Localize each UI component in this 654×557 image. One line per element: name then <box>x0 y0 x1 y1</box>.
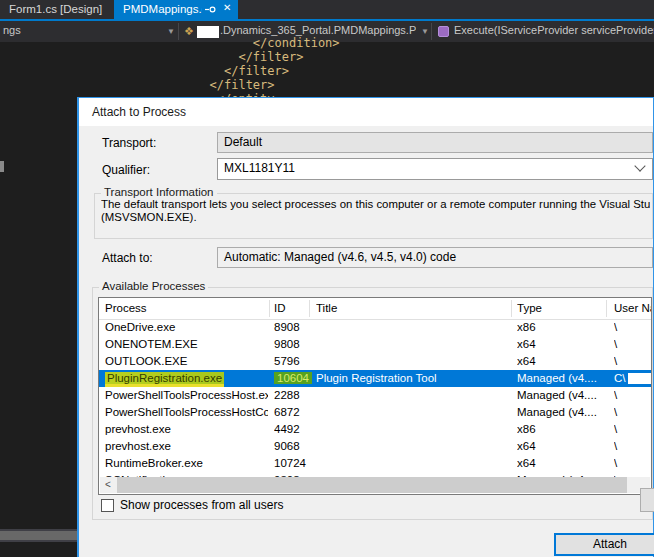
process-row[interactable]: OneDrive.exe8908x86\ <box>99 319 651 336</box>
cell-user: \ <box>614 336 652 353</box>
process-list-horizontal-scrollbar[interactable]: < <box>100 477 650 493</box>
column-header-title[interactable]: Title <box>316 298 512 315</box>
process-row[interactable]: PowerShellToolsProcessHost.exe2288Manage… <box>99 387 651 404</box>
tab-controls: ✕ <box>202 0 238 19</box>
transport-information-label: Transport Information <box>101 186 217 198</box>
code-editor-text: </condition> </filter> </filter> </filte… <box>0 36 340 106</box>
redaction <box>619 356 645 367</box>
process-row[interactable]: OUTLOOK.EXE5796x64\ <box>99 353 651 370</box>
cell-title <box>316 404 512 421</box>
column-divider[interactable] <box>269 300 270 317</box>
column-divider[interactable] <box>511 300 512 317</box>
process-row[interactable]: PluginRegistration.exe10604Plugin Regist… <box>99 370 651 387</box>
process-row[interactable]: RuntimeBroker.exe10724x64\ <box>99 455 651 472</box>
cell-type: x64 <box>517 438 609 455</box>
process-list-rows: OneDrive.exe8908x86\ONENOTEM.EXE9808x64\… <box>99 319 651 489</box>
show-all-users-label: Show processes from all users <box>120 498 283 512</box>
cell-process: PluginRegistration.exe <box>105 370 268 387</box>
member-dropdown[interactable]: Execute(IServiceProvider serviceProvider… <box>454 24 654 36</box>
cell-type: Managed (v4.... <box>517 387 609 404</box>
scrollbar-thumb[interactable] <box>0 531 78 540</box>
cell-id: 4492 <box>274 421 314 438</box>
cell-type: x64 <box>517 353 609 370</box>
transport-label: Transport: <box>102 136 156 150</box>
cell-process: ONENOTEM.EXE <box>105 336 268 353</box>
project-dropdown[interactable]: ngs <box>3 24 21 36</box>
cell-process: PowerShellToolsProcessHost.exe <box>105 387 268 404</box>
chevron-down-icon[interactable] <box>634 160 645 171</box>
show-all-users-checkbox[interactable] <box>101 499 114 512</box>
process-list-header: Process ID Title Type User Na <box>99 298 651 320</box>
cell-title: Plugin Registration Tool <box>316 370 512 387</box>
cell-id: 9068 <box>274 438 314 455</box>
attach-to-process-dialog: Attach to Process Transport: Default Qua… <box>77 97 654 557</box>
attach-to-label: Attach to: <box>102 251 153 265</box>
tab-pmdmappings-label: PMDMappings.cs <box>123 3 213 15</box>
scrollbar-thumb[interactable] <box>117 477 627 493</box>
tab-form1-label: Form1.cs [Design] <box>9 3 102 15</box>
qualifier-combobox[interactable]: MXL1181Y11 <box>217 158 653 180</box>
cell-process: prevhost.exe <box>105 438 268 455</box>
process-row[interactable]: prevhost.exe9068x64\ <box>99 438 651 455</box>
cell-type: x86 <box>517 319 609 336</box>
process-row[interactable]: PowerShellToolsProcessHostCons...6872Man… <box>99 404 651 421</box>
attach-to-value: Automatic: Managed (v4.6, v4.5, v4.0) co… <box>224 250 456 264</box>
cell-user: \ <box>614 438 652 455</box>
scroll-left-arrow[interactable]: < <box>100 477 116 493</box>
transport-dropdown[interactable]: Default <box>217 132 653 153</box>
redaction <box>619 441 645 452</box>
cell-title <box>316 387 512 404</box>
close-icon[interactable]: ✕ <box>223 2 231 13</box>
column-header-process[interactable]: Process <box>105 298 268 315</box>
redaction <box>619 424 645 435</box>
transport-info-line1: The default transport lets you select pr… <box>101 198 650 210</box>
column-divider[interactable] <box>309 300 310 317</box>
cell-process: OUTLOOK.EXE <box>105 353 268 370</box>
chevron-down-icon[interactable]: ▼ <box>167 27 175 36</box>
dialog-titlebar: Attach to Process <box>79 98 653 126</box>
refresh-button-partial[interactable] <box>640 488 654 512</box>
attach-button[interactable]: Attach <box>554 533 654 556</box>
vs-window: Form1.cs [Design] PMDMappings.cs ✕ ngs ▼… <box>0 0 654 557</box>
editor-horizontal-scrollbar[interactable] <box>0 529 78 542</box>
available-processes-group: Available Processes Process ID Title Typ… <box>92 287 653 520</box>
qualifier-label: Qualifier: <box>102 163 150 177</box>
cell-id: 10724 <box>274 455 314 472</box>
cell-id: 6872 <box>274 404 314 421</box>
cell-user: \ <box>614 455 652 472</box>
available-processes-label: Available Processes <box>99 280 208 292</box>
cell-process: PowerShellToolsProcessHostCons... <box>105 404 268 421</box>
cell-id: 2288 <box>274 387 314 404</box>
qualifier-value: MXL1181Y11 <box>224 161 295 175</box>
column-header-id[interactable]: ID <box>274 298 314 315</box>
cell-type: x64 <box>517 336 609 353</box>
document-tab-bar: Form1.cs [Design] PMDMappings.cs ✕ <box>0 0 654 19</box>
navbar-divider <box>431 23 432 40</box>
pin-icon[interactable] <box>205 4 216 18</box>
attach-to-field[interactable]: Automatic: Managed (v4.6, v4.5, v4.0) co… <box>217 247 653 268</box>
column-divider[interactable] <box>606 300 607 317</box>
transport-info-line2: (MSVSMON.EXE). <box>101 211 650 223</box>
column-header-type[interactable]: Type <box>517 298 609 315</box>
cell-id: 5796 <box>274 353 314 370</box>
chevron-down-icon[interactable]: ▼ <box>421 27 429 36</box>
redaction <box>619 407 645 418</box>
redaction <box>619 390 645 401</box>
cell-id: 8908 <box>274 319 314 336</box>
cell-title <box>316 455 512 472</box>
cell-type: x86 <box>517 421 609 438</box>
process-row[interactable]: prevhost.exe4492x86\ <box>99 421 651 438</box>
cell-user: \ <box>614 387 652 404</box>
cell-id: 10604 <box>274 370 314 387</box>
cell-user: \ <box>614 404 652 421</box>
transport-value: Default <box>224 135 262 149</box>
type-dropdown[interactable]: .Dynamics_365_Portal.PMDMappings.PMDMap <box>220 24 416 36</box>
cell-process: RuntimeBroker.exe <box>105 455 268 472</box>
cell-title <box>316 353 512 370</box>
process-row[interactable]: ONENOTEM.EXE9808x64\ <box>99 336 651 353</box>
marker-highlight: 10604 <box>274 372 312 384</box>
tab-form1[interactable]: Form1.cs [Design] <box>0 0 111 19</box>
process-list: Process ID Title Type User Na OneDrive.e… <box>98 297 652 495</box>
dialog-title: Attach to Process <box>92 105 186 119</box>
column-header-user[interactable]: User Na <box>614 298 652 315</box>
